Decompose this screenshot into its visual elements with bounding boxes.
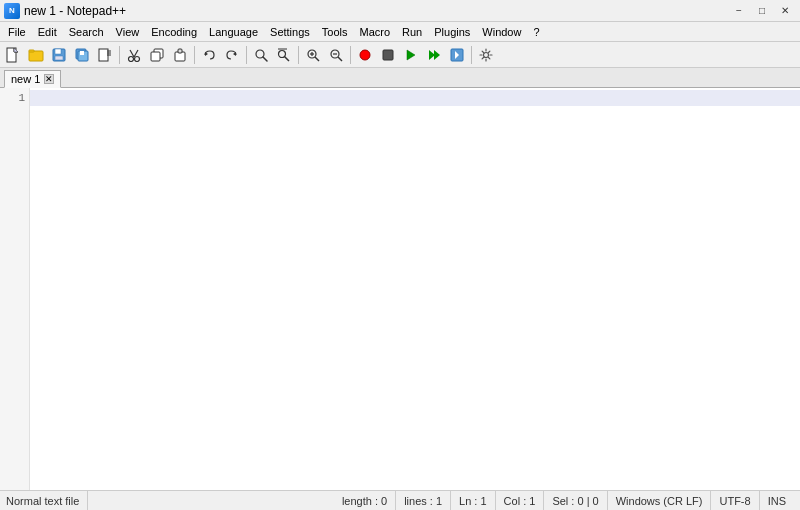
svg-point-36	[360, 50, 370, 60]
toolbar-btn-record[interactable]	[354, 44, 376, 66]
line-number: 1	[4, 90, 25, 106]
status-ln: Ln : 1	[451, 491, 496, 510]
status-lines: lines : 1	[396, 491, 451, 510]
svg-rect-21	[178, 49, 182, 53]
toolbar-btn-cut[interactable]	[123, 44, 145, 66]
svg-line-30	[315, 57, 319, 61]
svg-rect-19	[151, 52, 160, 61]
tab-new1[interactable]: new 1 ✕	[4, 70, 61, 88]
minimize-button[interactable]: −	[728, 2, 750, 20]
toolbar-btn-save[interactable]	[48, 44, 70, 66]
status-eol: Windows (CR LF)	[608, 491, 712, 510]
svg-marker-38	[407, 50, 415, 60]
text-editor[interactable]	[30, 88, 800, 490]
tab-bar: new 1 ✕	[0, 68, 800, 88]
editor-container: 1	[0, 88, 800, 490]
toolbar-btn-saveall[interactable]	[71, 44, 93, 66]
menu-bar: FileEditSearchViewEncodingLanguageSettin…	[0, 22, 800, 42]
toolbar-btn-paste[interactable]	[169, 44, 191, 66]
menu-item-run[interactable]: Run	[396, 22, 428, 41]
toolbar-btn-undo[interactable]	[198, 44, 220, 66]
toolbar-btn-zoomin[interactable]	[302, 44, 324, 66]
toolbar-separator	[350, 46, 351, 64]
menu-item-tools[interactable]: Tools	[316, 22, 354, 41]
svg-point-15	[135, 56, 140, 61]
app-icon: N	[4, 3, 20, 19]
menu-item-language[interactable]: Language	[203, 22, 264, 41]
toolbar-btn-find[interactable]	[250, 44, 272, 66]
title-bar: N new 1 - Notepad++ − □ ✕	[0, 0, 800, 22]
svg-line-34	[338, 57, 342, 61]
svg-rect-3	[29, 50, 34, 52]
svg-marker-22	[205, 52, 208, 56]
menu-item-view[interactable]: View	[110, 22, 146, 41]
status-bar: Normal text file length : 0 lines : 1 Ln…	[0, 490, 800, 510]
close-button[interactable]: ✕	[774, 2, 796, 20]
menu-item-settings[interactable]: Settings	[264, 22, 316, 41]
menu-item-help[interactable]: ?	[527, 22, 545, 41]
toolbar-btn-runmacro[interactable]	[423, 44, 445, 66]
toolbar-btn-findinfiles[interactable]	[273, 44, 295, 66]
toolbar-btn-close-doc[interactable]	[94, 44, 116, 66]
svg-point-43	[484, 52, 489, 57]
toolbar-separator	[298, 46, 299, 64]
svg-rect-9	[80, 51, 84, 55]
svg-rect-5	[55, 49, 61, 54]
svg-point-26	[279, 50, 286, 57]
status-encoding: UTF-8	[711, 491, 759, 510]
toolbar-btn-copy[interactable]	[146, 44, 168, 66]
editor-content-area[interactable]	[30, 88, 800, 490]
toolbar-separator	[471, 46, 472, 64]
status-col: Col : 1	[496, 491, 545, 510]
menu-item-file[interactable]: File	[2, 22, 32, 41]
title-left: N new 1 - Notepad++	[4, 3, 126, 19]
toolbar-separator	[194, 46, 195, 64]
line-numbers: 1	[0, 88, 30, 490]
svg-line-27	[285, 56, 290, 61]
status-length: length : 0	[334, 491, 396, 510]
toolbar-btn-play[interactable]	[400, 44, 422, 66]
menu-item-macro[interactable]: Macro	[353, 22, 396, 41]
toolbar-btn-redo[interactable]	[221, 44, 243, 66]
svg-line-25	[263, 57, 267, 61]
toolbar-btn-zoomout[interactable]	[325, 44, 347, 66]
menu-item-edit[interactable]: Edit	[32, 22, 63, 41]
svg-rect-6	[55, 56, 63, 60]
title-text: new 1 - Notepad++	[24, 4, 126, 18]
menu-item-window[interactable]: Window	[476, 22, 527, 41]
status-sel: Sel : 0 | 0	[544, 491, 607, 510]
svg-marker-40	[434, 50, 440, 60]
toolbar-btn-stop[interactable]	[377, 44, 399, 66]
maximize-button[interactable]: □	[751, 2, 773, 20]
window-controls: − □ ✕	[728, 2, 796, 20]
toolbar-btn-new[interactable]	[2, 44, 24, 66]
toolbar-separator	[246, 46, 247, 64]
status-ins: INS	[760, 491, 794, 510]
menu-item-plugins[interactable]: Plugins	[428, 22, 476, 41]
toolbar-btn-savemacro[interactable]	[446, 44, 468, 66]
toolbar-separator	[119, 46, 120, 64]
svg-rect-10	[99, 49, 108, 61]
tab-close-button[interactable]: ✕	[44, 74, 54, 84]
status-filetype: Normal text file	[6, 491, 88, 510]
svg-point-14	[129, 56, 134, 61]
toolbar-btn-settings[interactable]	[475, 44, 497, 66]
toolbar-btn-open[interactable]	[25, 44, 47, 66]
svg-rect-37	[383, 50, 393, 60]
menu-item-encoding[interactable]: Encoding	[145, 22, 203, 41]
tab-label: new 1	[11, 73, 40, 85]
menu-item-search[interactable]: Search	[63, 22, 110, 41]
toolbar	[0, 42, 800, 68]
